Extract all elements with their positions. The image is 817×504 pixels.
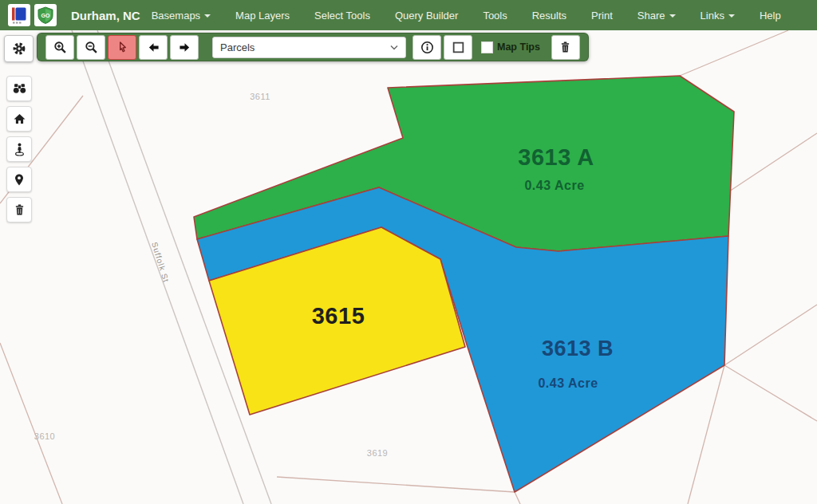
menu-item-print[interactable]: Print bbox=[591, 10, 613, 22]
menu-item-select-tools[interactable]: Select Tools bbox=[314, 10, 370, 22]
settings-button[interactable] bbox=[4, 35, 34, 62]
parcel-label-3610: 3610 bbox=[34, 431, 55, 441]
layer-select-dropdown[interactable]: Parcels bbox=[212, 37, 406, 58]
map-toolbar: Parcels Map Tips bbox=[37, 33, 589, 61]
back-arrow-icon bbox=[147, 41, 160, 53]
menu-item-links[interactable]: Links bbox=[701, 10, 735, 22]
parcel-label-3613a: 3613 A bbox=[518, 144, 594, 171]
chevron-down-icon bbox=[204, 14, 211, 18]
app-title: Durham, NC bbox=[71, 9, 140, 22]
zoom-in-icon bbox=[53, 41, 67, 54]
forward-arrow-icon bbox=[178, 41, 191, 53]
back-button[interactable] bbox=[139, 35, 168, 60]
layer-select-value: Parcels bbox=[220, 41, 255, 53]
trash-icon bbox=[559, 41, 571, 53]
parcel-label-3613b: 3613 B bbox=[542, 337, 614, 361]
location-button[interactable] bbox=[6, 167, 32, 192]
main-menu: Basemaps Map Layers Select Tools Query B… bbox=[152, 10, 781, 22]
forward-button[interactable] bbox=[170, 35, 199, 60]
app-window: 3613 A 0.43 Acre 3613 B 0.43 Acre 3615 3… bbox=[0, 0, 817, 504]
search-button[interactable] bbox=[6, 76, 32, 101]
menu-item-tools[interactable]: Tools bbox=[483, 10, 507, 22]
parcel-area-3613a: 0.43 Acre bbox=[524, 179, 584, 193]
binoculars-icon bbox=[13, 83, 26, 94]
street-view-button[interactable] bbox=[6, 136, 32, 162]
trash-icon bbox=[14, 203, 26, 216]
street-view-person-icon bbox=[14, 143, 26, 156]
menu-item-help[interactable]: Help bbox=[760, 10, 781, 22]
app-logo bbox=[8, 4, 30, 26]
location-pin-icon bbox=[14, 173, 25, 187]
map-tips-label: Map Tips bbox=[497, 41, 540, 53]
chevron-down-icon bbox=[390, 45, 398, 50]
parcel-label-3611: 3611 bbox=[250, 92, 270, 101]
zoom-out-icon bbox=[85, 41, 98, 54]
menu-item-share[interactable]: Share bbox=[637, 10, 676, 22]
map-canvas[interactable] bbox=[0, 0, 817, 504]
rectangle-select-button[interactable] bbox=[444, 35, 472, 60]
map-side-toolbar bbox=[6, 76, 32, 222]
chevron-down-icon bbox=[728, 14, 735, 18]
home-icon bbox=[13, 112, 26, 125]
zoom-in-button[interactable] bbox=[45, 35, 74, 60]
clear-selection-button[interactable] bbox=[551, 35, 580, 60]
app-logo-icon bbox=[10, 6, 29, 25]
parcel-label-3619: 3619 bbox=[367, 448, 388, 458]
menu-item-basemaps[interactable]: Basemaps bbox=[152, 10, 211, 22]
gomaps-shield-logo: GO bbox=[34, 4, 57, 26]
rectangle-icon bbox=[452, 41, 465, 54]
menu-item-results[interactable]: Results bbox=[532, 10, 566, 22]
delete-graphics-button[interactable] bbox=[6, 197, 32, 222]
map-tips-checkbox[interactable] bbox=[481, 41, 493, 53]
info-icon bbox=[420, 41, 434, 54]
select-pointer-icon bbox=[116, 41, 128, 53]
select-tool-button-active[interactable] bbox=[108, 35, 136, 60]
menu-item-query-builder[interactable]: Query Builder bbox=[395, 10, 458, 22]
chevron-down-icon bbox=[669, 14, 676, 18]
parcel-label-3615: 3615 bbox=[312, 303, 365, 329]
parcel-area-3613b: 0.43 Acre bbox=[538, 376, 598, 391]
shield-icon: GO bbox=[36, 6, 55, 25]
identify-info-button[interactable] bbox=[412, 35, 441, 60]
home-button[interactable] bbox=[6, 106, 32, 132]
top-menu-bar: GO Durham, NC Basemaps Map Layers Select… bbox=[0, 0, 817, 30]
zoom-out-button[interactable] bbox=[77, 35, 105, 60]
menu-item-map-layers[interactable]: Map Layers bbox=[235, 10, 290, 22]
gear-icon bbox=[12, 41, 26, 56]
svg-text:GO: GO bbox=[41, 13, 50, 18]
